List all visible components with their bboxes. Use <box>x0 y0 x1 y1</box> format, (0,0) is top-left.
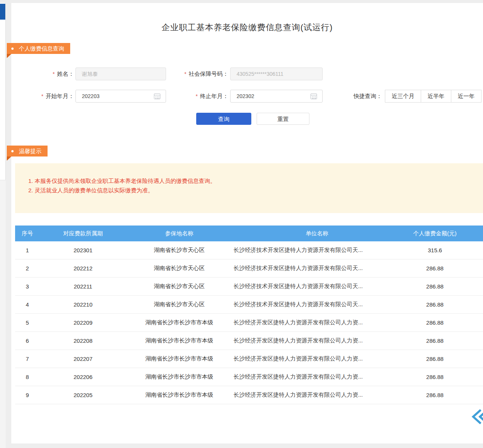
table-cell: 286.88 <box>402 332 468 350</box>
quick-btn-last-year[interactable]: 近一年 <box>451 90 481 103</box>
table-cell: 8 <box>15 368 40 386</box>
section-badge-personal-query: 个人缴费信息查询 <box>7 43 70 54</box>
table-cell: 长沙经济开发区捷特人力资源开发有限公司人力资... <box>232 386 402 404</box>
table-cell: 湖南省长沙市长沙市市本级 <box>126 350 232 368</box>
table-cell: 湖南省长沙市长沙市市本级 <box>126 368 232 386</box>
table-cell: 202210 <box>40 296 126 313</box>
start-month-label-text: 开始年月： <box>46 93 74 99</box>
quick-btn-last-half-year[interactable]: 近半年 <box>421 90 451 103</box>
table-header-place: 参保地名称 <box>126 226 232 241</box>
table-cell: 湖南省长沙市天心区 <box>126 296 232 313</box>
page-background-strip <box>0 180 6 448</box>
badge-fold-corner <box>7 54 11 58</box>
table-cell: 286.88 <box>402 386 468 404</box>
table-row: 7202207湖南省长沙市长沙市市本级长沙经济开发区捷特人力资源开发有限公司人力… <box>15 350 483 368</box>
reset-button[interactable]: 重置 <box>257 113 309 125</box>
required-asterisk: * <box>185 71 186 77</box>
table-cell: 286.88 <box>402 259 468 277</box>
bullet-dot-icon <box>11 150 14 152</box>
table-cell: 长沙经济开发区捷特人力资源开发有限公司人力资... <box>232 332 402 350</box>
ssn-input[interactable]: 430525******306111 <box>230 68 323 80</box>
table-row: 2202212湖南省长沙市天心区长沙经济技术开发区捷特人力资源开发有限公司天..… <box>15 259 483 278</box>
tips-notice-box: 1. 本服务仅提供尚未领取企业职工基本养老保险待遇人员的缴费信息查询。 2. 灵… <box>15 163 483 213</box>
table-row: 8202206湖南省长沙市长沙市市本级长沙经济开发区捷特人力资源开发有限公司人力… <box>15 368 483 386</box>
table-cell: 长沙经济技术开发区捷特人力资源开发有限公司天... <box>232 296 402 313</box>
quick-query-label: 快捷查询： <box>341 90 382 103</box>
table-row: 5202209湖南省长沙市长沙市市本级长沙经济开发区捷特人力资源开发有限公司人力… <box>15 314 483 332</box>
badge-fold-corner <box>7 156 11 161</box>
table-cell: 286.88 <box>402 314 468 331</box>
table-cell: 7 <box>15 350 40 368</box>
table-cell: 202211 <box>40 278 126 295</box>
page-title: 企业职工基本养老保险缴费信息查询(试运行) <box>11 22 483 33</box>
table-cell: 202212 <box>40 259 126 277</box>
table-cell: 长沙经济开发区捷特人力资源开发有限公司人力资... <box>232 368 402 386</box>
start-month-value: 202203 <box>82 93 100 99</box>
name-label: *姓名： <box>38 68 74 80</box>
table-cell: 长沙经济开发区捷特人力资源开发有限公司人力资... <box>232 314 402 331</box>
tips-line: 2. 灵活就业人员的缴费单位信息以实际缴费为准。 <box>28 187 154 194</box>
ssn-label-text: 社会保障号码： <box>189 71 228 77</box>
table-cell: 286.88 <box>402 296 468 313</box>
required-asterisk: * <box>196 93 198 99</box>
table-cell: 3 <box>15 278 40 295</box>
required-asterisk: * <box>53 71 55 77</box>
calendar-icon[interactable] <box>154 94 160 99</box>
table-cell: 长沙经济技术开发区捷特人力资源开发有限公司天... <box>232 241 402 259</box>
table-cell: 202207 <box>40 350 126 368</box>
collapsed-sidebar-panel <box>0 3 6 180</box>
double-chevron-left-icon[interactable] <box>469 408 483 425</box>
table-cell: 286.88 <box>402 350 468 368</box>
table-header-period: 对应费款所属期 <box>40 226 126 241</box>
table-cell: 286.88 <box>402 278 468 295</box>
quick-query-button-group: 近三个月 近半年 近一年 <box>385 90 481 103</box>
table-cell: 湖南省长沙市天心区 <box>126 259 232 277</box>
table-cell: 长沙经济开发区捷特人力资源开发有限公司人力资... <box>232 350 402 368</box>
table-cell: 202206 <box>40 368 126 386</box>
table-cell: 286.88 <box>402 368 468 386</box>
table-cell: 湖南省长沙市天心区 <box>126 241 232 259</box>
table-cell: 202301 <box>40 241 126 259</box>
ssn-label: *社会保障号码： <box>174 68 228 80</box>
table-cell: 湖南省长沙市天心区 <box>126 278 232 295</box>
table-cell: 2 <box>15 259 40 277</box>
table-cell: 长沙经济技术开发区捷特人力资源开发有限公司天... <box>232 259 402 277</box>
end-month-label: *终止年月： <box>174 90 228 103</box>
required-asterisk: * <box>42 93 43 99</box>
table-cell: 315.6 <box>402 241 468 259</box>
bullet-dot-icon <box>11 48 14 50</box>
table-row: 9202205湖南省长沙市长沙市市本级长沙经济开发区捷特人力资源开发有限公司人力… <box>15 386 483 404</box>
payment-records-table: 序号 对应费款所属期 参保地名称 单位名称 个人缴费金额(元) 1202301湖… <box>15 226 483 404</box>
start-month-input[interactable]: 202203 <box>75 90 166 103</box>
table-header-seq: 序号 <box>15 226 40 241</box>
table-cell: 4 <box>15 296 40 313</box>
table-cell: 湖南省长沙市长沙市市本级 <box>126 386 232 404</box>
table-cell: 202209 <box>40 314 126 331</box>
query-button[interactable]: 查询 <box>196 113 251 125</box>
table-header-amount: 个人缴费金额(元) <box>402 226 468 241</box>
table-header-employer: 单位名称 <box>232 226 402 241</box>
table-cell: 5 <box>15 314 40 331</box>
section-badge-label: 温馨提示 <box>19 148 42 154</box>
name-label-text: 姓名： <box>57 71 74 77</box>
name-input[interactable]: 谢旭泰 <box>75 68 166 80</box>
table-body: 1202301湖南省长沙市天心区长沙经济技术开发区捷特人力资源开发有限公司天..… <box>15 241 483 404</box>
table-header-row: 序号 对应费款所属期 参保地名称 单位名称 个人缴费金额(元) <box>15 226 483 241</box>
table-row: 4202210湖南省长沙市天心区长沙经济技术开发区捷特人力资源开发有限公司天..… <box>15 296 483 314</box>
calendar-icon[interactable] <box>311 94 317 99</box>
table-cell: 202208 <box>40 332 126 350</box>
section-badge-tips: 温馨提示 <box>7 146 48 156</box>
table-cell: 9 <box>15 386 40 404</box>
end-month-value: 202302 <box>237 93 254 99</box>
sidebar-blue-tab[interactable] <box>0 4 5 20</box>
end-month-label-text: 终止年月： <box>200 93 228 99</box>
end-month-input[interactable]: 202302 <box>230 90 323 103</box>
table-cell: 长沙经济技术开发区捷特人力资源开发有限公司天... <box>232 278 402 295</box>
tips-line: 1. 本服务仅提供尚未领取企业职工基本养老保险待遇人员的缴费信息查询。 <box>28 178 216 185</box>
table-row: 1202301湖南省长沙市天心区长沙经济技术开发区捷特人力资源开发有限公司天..… <box>15 241 483 259</box>
quick-btn-last-3-months[interactable]: 近三个月 <box>385 90 421 103</box>
table-cell: 1 <box>15 241 40 259</box>
table-row: 6202208湖南省长沙市长沙市市本级长沙经济开发区捷特人力资源开发有限公司人力… <box>15 332 483 350</box>
table-cell: 湖南省长沙市长沙市市本级 <box>126 314 232 331</box>
section-badge-label: 个人缴费信息查询 <box>19 45 64 52</box>
